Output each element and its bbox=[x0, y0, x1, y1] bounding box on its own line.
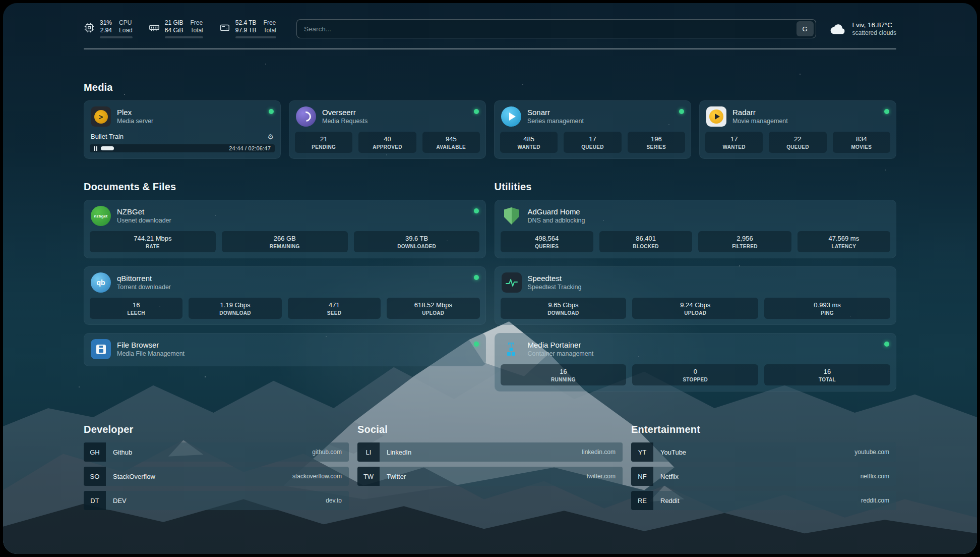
service-desc: Media Requests bbox=[322, 118, 368, 125]
memory-label-2: Total bbox=[190, 27, 203, 34]
section-title-entertainment: Entertainment bbox=[631, 424, 896, 435]
playback-progress-bar: 24:44 / 02:06:47 bbox=[90, 144, 275, 152]
bookmark-name: LinkedIn bbox=[387, 449, 411, 456]
bookmark-reddit[interactable]: RE Reddit reddit.com bbox=[631, 491, 896, 510]
service-desc: Torrent downloader bbox=[117, 284, 171, 291]
dashboard-frame: 31% CPU 2.94 Load 21 GiB Free 64 GiB Tot… bbox=[3, 3, 977, 554]
bookmark-url: netflix.com bbox=[861, 473, 889, 480]
stat-tile: 618.52 MbpsUPLOAD bbox=[387, 298, 479, 319]
bookmark-name: YouTube bbox=[660, 449, 686, 456]
bookmark-dev[interactable]: DT DEV dev.to bbox=[84, 491, 349, 510]
stat-tile: 2,956FILTERED bbox=[698, 231, 791, 252]
stat-tile: 196SERIES bbox=[628, 132, 685, 153]
memory-progress-bar bbox=[165, 36, 203, 38]
qbittorrent-icon: qb bbox=[91, 272, 111, 293]
service-card-overseerr[interactable]: Overseerr Media Requests 21PENDING 40APP… bbox=[289, 100, 486, 159]
stat-tile: 744.21 MbpsRATE bbox=[90, 231, 216, 252]
stat-tile: 47.569 msLATENCY bbox=[798, 231, 890, 252]
bookmark-url: dev.to bbox=[326, 497, 342, 504]
search-input[interactable] bbox=[304, 25, 797, 33]
stat-tile: 0.993 msPING bbox=[764, 298, 890, 319]
speedtest-icon bbox=[502, 272, 522, 293]
status-indicator bbox=[269, 109, 274, 114]
service-name: Overseerr bbox=[322, 108, 368, 117]
service-desc: DNS and adblocking bbox=[528, 217, 585, 224]
service-card-speedtest[interactable]: Speedtest Speedtest Tracking 9.65 GbpsDO… bbox=[495, 266, 897, 325]
service-name: AdGuard Home bbox=[528, 207, 585, 216]
service-card-qbittorrent[interactable]: qb qBittorrent Torrent downloader 16LEEC… bbox=[84, 266, 486, 325]
service-card-sonarr[interactable]: Sonarr Series management 485WANTED 17QUE… bbox=[494, 100, 691, 159]
bookmark-netflix[interactable]: NF Netflix netflix.com bbox=[631, 467, 896, 486]
status-indicator bbox=[884, 109, 889, 114]
service-card-portainer[interactable]: Media Portainer Container management 16R… bbox=[495, 333, 897, 392]
service-card-filebrowser[interactable]: File Browser Media File Management bbox=[84, 333, 486, 366]
section-title-documents: Documents & Files bbox=[84, 181, 486, 193]
bookmark-name: Github bbox=[113, 449, 132, 456]
stat-tile: 834MOVIES bbox=[833, 132, 890, 153]
bookmark-url: twitter.com bbox=[587, 473, 616, 480]
sonarr-icon bbox=[501, 106, 521, 127]
status-indicator bbox=[474, 342, 479, 347]
overseerr-icon bbox=[296, 106, 316, 127]
cpu-widget: 31% CPU 2.94 Load bbox=[84, 19, 133, 38]
bookmark-abbr: NF bbox=[631, 467, 653, 486]
service-name: Radarr bbox=[732, 108, 788, 117]
disk-free: 52.4 TB bbox=[235, 19, 257, 27]
now-playing-title: Bullet Train bbox=[91, 133, 124, 140]
stat-tile: 17QUEUED bbox=[564, 132, 621, 153]
settings-icon[interactable]: ⚙ bbox=[267, 133, 274, 140]
service-card-adguard[interactable]: AdGuard Home DNS and adblocking 498,564Q… bbox=[495, 200, 897, 258]
section-title-media: Media bbox=[84, 82, 896, 93]
stat-tile: 0STOPPED bbox=[632, 364, 758, 385]
cloud-icon bbox=[829, 22, 846, 35]
service-name: Media Portainer bbox=[528, 341, 594, 349]
stat-tile: 22QUEUED bbox=[769, 132, 826, 153]
bookmark-stackoverflow[interactable]: SO StackOverflow stackoverflow.com bbox=[84, 467, 349, 486]
stat-tile: 39.6 TBDOWNLOADED bbox=[354, 231, 480, 252]
stat-tile: 9.24 GbpsUPLOAD bbox=[632, 298, 758, 319]
bookmark-linkedin[interactable]: LI LinkedIn linkedin.com bbox=[357, 442, 623, 462]
status-indicator bbox=[884, 342, 889, 347]
pause-icon bbox=[94, 146, 97, 151]
service-desc: Container management bbox=[528, 350, 594, 357]
cpu-load: 2.94 bbox=[100, 27, 112, 34]
disk-label-1: Free bbox=[264, 19, 276, 27]
service-name: Speedtest bbox=[528, 274, 582, 283]
disk-widget: 52.4 TB Free 97.9 TB Total bbox=[219, 19, 276, 38]
service-desc: Usenet downloader bbox=[117, 217, 171, 224]
bookmark-twitter[interactable]: TW Twitter twitter.com bbox=[357, 467, 623, 486]
stat-tile: 16TOTAL bbox=[764, 364, 890, 385]
weather-location: Lviv, 16.87°C bbox=[852, 21, 896, 29]
bookmark-abbr: GH bbox=[84, 442, 106, 462]
bookmark-abbr: TW bbox=[357, 467, 380, 486]
service-card-nzbget[interactable]: nzbget NZBGet Usenet downloader 744.21 M… bbox=[84, 200, 486, 258]
bookmark-github[interactable]: GH Github github.com bbox=[84, 442, 349, 462]
bookmark-abbr: LI bbox=[357, 442, 380, 462]
status-indicator bbox=[679, 109, 684, 114]
service-card-radarr[interactable]: Radarr Movie management 17WANTED 22QUEUE… bbox=[699, 100, 896, 159]
bookmark-url: youtube.com bbox=[854, 449, 889, 456]
bookmark-url: github.com bbox=[312, 449, 342, 456]
disk-icon bbox=[219, 22, 230, 33]
service-card-plex[interactable]: > Plex Media server Bullet Train ⚙ bbox=[84, 100, 281, 159]
stat-tile: 21PENDING bbox=[295, 132, 352, 153]
bookmark-name: Reddit bbox=[660, 497, 680, 505]
service-desc: Series management bbox=[527, 118, 584, 125]
top-bar: 31% CPU 2.94 Load 21 GiB Free 64 GiB Tot… bbox=[84, 17, 896, 40]
playback-time: 24:44 / 02:06:47 bbox=[229, 145, 271, 151]
service-name: Plex bbox=[117, 108, 153, 117]
search-bar: G bbox=[296, 19, 816, 38]
service-name: qBittorrent bbox=[117, 274, 171, 283]
status-indicator bbox=[474, 109, 479, 114]
nzbget-icon: nzbget bbox=[91, 206, 111, 226]
disk-total: 97.9 TB bbox=[235, 27, 257, 34]
service-desc: Media server bbox=[117, 118, 153, 125]
service-desc: Movie management bbox=[732, 118, 788, 125]
bookmark-url: stackoverflow.com bbox=[292, 473, 342, 480]
bookmark-abbr: YT bbox=[631, 442, 653, 462]
bookmark-url: linkedin.com bbox=[582, 449, 616, 456]
cpu-progress-bar bbox=[100, 36, 133, 38]
section-title-social: Social bbox=[357, 424, 623, 435]
search-provider-button[interactable]: G bbox=[797, 21, 814, 36]
bookmark-youtube[interactable]: YT YouTube youtube.com bbox=[631, 442, 896, 462]
